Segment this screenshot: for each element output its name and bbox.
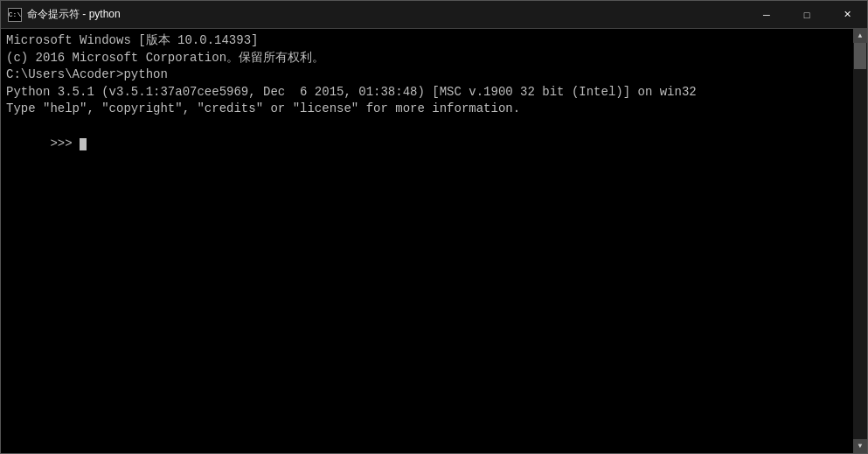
cmd-icon-graphic: C:\ bbox=[8, 8, 22, 22]
window-controls: ─ □ ✕ bbox=[746, 1, 867, 29]
console-line-7: >>> bbox=[6, 118, 862, 170]
scrollbar-down-button[interactable]: ▼ bbox=[853, 439, 867, 453]
maximize-button[interactable]: □ bbox=[787, 1, 827, 29]
minimize-button[interactable]: ─ bbox=[746, 1, 787, 29]
console-line-5: Python 3.5.1 (v3.5.1:37a07cee5969, Dec 6… bbox=[6, 84, 862, 101]
title-bar-left: C:\ 命令提示符 - python bbox=[8, 7, 121, 22]
title-bar: C:\ 命令提示符 - python ─ □ ✕ bbox=[1, 1, 867, 29]
console-line-1: Microsoft Windows [版本 10.0.14393] bbox=[6, 32, 862, 50]
window-title: 命令提示符 - python bbox=[27, 7, 121, 22]
console-line-6: Type "help", "copyright", "credits" or "… bbox=[6, 101, 862, 118]
scrollbar-thumb[interactable] bbox=[854, 43, 866, 69]
cmd-icon: C:\ bbox=[8, 8, 22, 22]
scrollbar-up-button[interactable]: ▲ bbox=[853, 29, 867, 43]
cmd-window: C:\ 命令提示符 - python ─ □ ✕ Microsoft Windo… bbox=[0, 0, 868, 454]
console-line-2: (c) 2016 Microsoft Corporation。保留所有权利。 bbox=[6, 50, 862, 67]
console-line-4: C:\Users\Acoder>python bbox=[6, 66, 862, 84]
cursor-blink bbox=[80, 138, 87, 150]
scrollbar-track bbox=[853, 43, 867, 439]
console-area[interactable]: Microsoft Windows [版本 10.0.14393] (c) 20… bbox=[1, 29, 867, 453]
scrollbar: ▲ ▼ bbox=[853, 29, 867, 453]
close-button[interactable]: ✕ bbox=[827, 1, 867, 29]
